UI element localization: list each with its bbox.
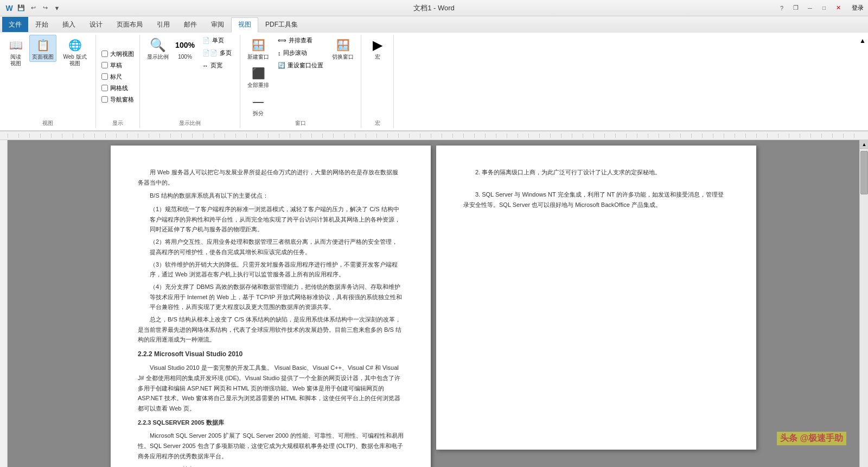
- right-point-3: 3. SQL Server 与 Windows NT 完全集成，利用了 NT 的…: [463, 190, 729, 210]
- pages-row: 用 Web 服务器人可以把它与发展业界所提起任命万式的进行，大量的网络的在是存放…: [111, 146, 756, 467]
- single-page-btn[interactable]: 📄 单页: [199, 35, 235, 46]
- intro-text: 用 Web 服务器人可以把它与发展业界所提起任命万式的进行，大量的网络的在是存放…: [138, 167, 404, 187]
- scroll-up-btn[interactable]: ▲: [860, 140, 868, 149]
- ruler-input[interactable]: [101, 73, 108, 80]
- sqlserver-features: SQL Server 特点：: [138, 464, 404, 467]
- arrange-all-btn[interactable]: ⬛ 全部重排: [245, 63, 272, 90]
- outline-view-input[interactable]: [101, 51, 108, 57]
- split-btn[interactable]: — 拆分: [245, 91, 272, 118]
- side-by-side-btn[interactable]: ⟺ 并排查看: [274, 35, 327, 46]
- ribbon: 文件 开始 插入 设计 页面布局 引用 邮件 审阅 视图 PDF工具集 📖 阅读…: [0, 16, 868, 131]
- ruler-check[interactable]: 标尺: [100, 72, 123, 81]
- left-ruler: [0, 140, 8, 467]
- document-area[interactable]: 用 Web 服务器人可以把它与发展业界所提起任命万式的进行，大量的网络的在是存放…: [8, 140, 859, 467]
- sign-in-btn[interactable]: 登录: [852, 4, 864, 12]
- window-group-items: 🪟 新建窗口 ⬛ 全部重排 — 拆分 ⟺ 并排查看: [245, 35, 356, 118]
- tab-mailings[interactable]: 邮件: [177, 17, 204, 32]
- zoom-100-label: 100%: [178, 54, 192, 60]
- single-page-label: 单页: [212, 36, 224, 45]
- sync-scroll-label: 同步滚动: [283, 49, 307, 57]
- reset-window-btn[interactable]: 🔄 重设窗口位置: [274, 60, 327, 71]
- gridlines-input[interactable]: [101, 85, 108, 91]
- reset-window-icon: 🔄: [278, 62, 285, 69]
- close-btn[interactable]: ✕: [833, 3, 843, 13]
- switch-window-btn[interactable]: 🪟 切换窗口: [329, 35, 356, 62]
- vertical-scrollbar[interactable]: ▲ ▼: [859, 140, 868, 467]
- draft-check[interactable]: 草稿: [100, 61, 123, 70]
- zoom-100-icon: 100%: [176, 36, 194, 54]
- zoom-group-label: 显示比例: [179, 118, 201, 128]
- tab-file[interactable]: 文件: [2, 17, 28, 32]
- word-icon: W: [4, 3, 14, 13]
- display-group-items: 大纲视图 草稿 标尺 网格线 导航窗格: [100, 35, 135, 118]
- tab-design[interactable]: 设计: [82, 17, 110, 32]
- side-by-side-label: 并排查看: [289, 36, 312, 45]
- zoom-100-btn[interactable]: 100% 100%: [174, 35, 196, 62]
- minimize-btn[interactable]: ─: [805, 3, 815, 13]
- web-view-icon: 🌐: [66, 36, 84, 54]
- macro-label: 宏: [375, 54, 380, 60]
- read-view-btn[interactable]: 📖 阅读视图: [4, 35, 27, 68]
- multi-page-btn[interactable]: 📄📄 多页: [199, 47, 235, 59]
- undo-quick-btn[interactable]: ↩: [28, 3, 38, 13]
- nav-pane-check[interactable]: 导航窗格: [100, 95, 135, 104]
- gridlines-label: 网格线: [110, 84, 128, 92]
- tab-pdf[interactable]: PDF工具集: [258, 17, 305, 32]
- side-by-side-icon: ⟺: [278, 37, 286, 44]
- macro-group-label: 宏: [375, 118, 380, 128]
- vs2010-text: Visual Studio 2010 是一套完整的开发工具集。 Visual B…: [138, 363, 404, 413]
- macro-btn[interactable]: ▶ 宏: [366, 35, 389, 62]
- page-width-icon: ↔: [202, 62, 208, 69]
- page-layout-btns: 📄 单页 📄📄 多页 ↔ 页宽: [199, 35, 235, 71]
- ruler-label: 标尺: [110, 73, 122, 81]
- view-group-items: 📖 阅读视图 📋 页面视图 🌐 Web 版式视图: [4, 35, 91, 118]
- page-width-label: 页宽: [210, 61, 222, 70]
- redo-quick-btn[interactable]: ↪: [40, 3, 50, 13]
- zoom-icon: 🔍: [149, 36, 167, 54]
- web-view-btn[interactable]: 🌐 Web 版式视图: [59, 35, 91, 68]
- reset-window-label: 重设窗口位置: [288, 61, 323, 70]
- doc-page-right: 2. 事务的隔离级口上商，为此广泛可行丁设计了让人支求的定探秘地。 3. SQL…: [436, 146, 756, 450]
- point-1: （1）规范和统一了客户端程序的标准一浏览器模式，减轻了客户端的压力，解决了 C/…: [150, 204, 404, 235]
- quick-access-dropdown[interactable]: ▼: [52, 3, 62, 13]
- window-group-label: 窗口: [295, 118, 306, 128]
- page-width-btn[interactable]: ↔ 页宽: [199, 60, 235, 71]
- page-view-label: 页面视图: [32, 54, 54, 60]
- tab-review[interactable]: 审阅: [204, 17, 231, 32]
- tab-layout[interactable]: 页面布局: [110, 17, 150, 32]
- sqlserver-heading: 2.2.3 SQLSERVER 2005 数据库: [138, 418, 404, 428]
- tab-view[interactable]: 视图: [231, 17, 258, 33]
- switch-window-label: 切换窗口: [332, 54, 354, 60]
- web-view-label: Web 版式视图: [61, 54, 88, 67]
- macro-icon: ▶: [369, 36, 386, 54]
- draft-input[interactable]: [101, 62, 108, 68]
- macro-group-items: ▶ 宏: [366, 35, 389, 118]
- maximize-btn[interactable]: □: [819, 3, 829, 13]
- restore-btn[interactable]: ❐: [791, 3, 801, 13]
- window-title: 文档1 - Word: [413, 3, 455, 13]
- ribbon-collapse-btn[interactable]: ▲: [857, 35, 868, 128]
- scroll-thumb[interactable]: [860, 151, 868, 194]
- switch-window-icon: 🪟: [334, 36, 352, 54]
- sync-scroll-btn[interactable]: ↕ 同步滚动: [274, 47, 327, 59]
- ruler-ticks: [8, 134, 860, 138]
- bs-intro: B/S 结构的数据库系统具有以下的主要优点：: [138, 191, 404, 201]
- arrange-all-icon: ⬛: [250, 65, 267, 82]
- ribbon-group-macro: ▶ 宏 宏: [361, 35, 394, 128]
- tab-references[interactable]: 引用: [150, 17, 177, 32]
- new-window-btn[interactable]: 🪟 新建窗口: [245, 35, 272, 62]
- multi-page-icon: 📄📄: [202, 49, 218, 56]
- help-btn[interactable]: ?: [777, 3, 787, 13]
- split-icon: —: [250, 93, 267, 110]
- split-label: 拆分: [253, 110, 264, 117]
- sync-scroll-icon: ↕: [278, 50, 281, 56]
- page-view-btn[interactable]: 📋 页面视图: [29, 35, 56, 62]
- outline-view-check[interactable]: 大纲视图: [100, 49, 135, 59]
- tab-insert[interactable]: 插入: [55, 17, 82, 32]
- nav-pane-input[interactable]: [101, 96, 108, 103]
- gridlines-check[interactable]: 网格线: [100, 84, 129, 93]
- tab-home[interactable]: 开始: [28, 17, 55, 32]
- zoom-btn[interactable]: 🔍 显示比例: [144, 35, 171, 62]
- ribbon-group-view: 📖 阅读视图 📋 页面视图 🌐 Web 版式视图 视图: [0, 35, 96, 128]
- save-quick-btn[interactable]: 💾: [16, 3, 26, 13]
